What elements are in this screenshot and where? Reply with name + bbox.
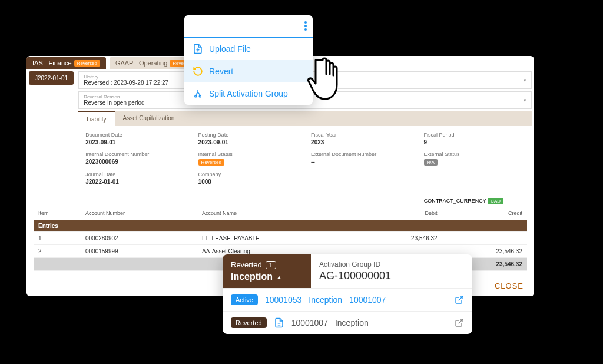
close-button[interactable]: CLOSE [495, 282, 524, 290]
contract-currency: CONTRACT_CURRENCY CAD [34, 196, 527, 207]
external-doc-number: External Document Number-- [311, 151, 412, 166]
internal-doc-number: Internal Document Number2023000069 [85, 151, 186, 166]
fiscal-period: Fiscal Period9 [424, 132, 525, 145]
activation-id[interactable]: 10001053 [265, 295, 302, 305]
status-badge: Reversed [198, 159, 224, 166]
ag-id-label: Activation Group ID [319, 260, 464, 269]
activation-name: Inception [335, 318, 369, 327]
document-date: Document Date2023-09-01 [85, 132, 186, 145]
table-row: 1 0000280902 LT_LEASE_PAYABLE 23,546.32 … [34, 232, 527, 245]
activation-id[interactable]: 10001007 [291, 318, 328, 327]
col-item: Item [34, 207, 81, 220]
open-external-icon[interactable] [455, 318, 464, 327]
svg-point-0 [195, 95, 197, 97]
tab-label: GAAP - Operating [115, 59, 167, 67]
card-header-right: Activation Group ID AG-100000001 [311, 254, 472, 288]
activation-id[interactable]: 10001007 [349, 295, 386, 305]
ag-id-value: AG-100000001 [319, 270, 464, 282]
external-status: External StatusN/A [424, 151, 525, 166]
col-account-number: Account Number [81, 207, 197, 220]
menu-upload-file[interactable]: Upload File [184, 38, 313, 60]
revert-icon [193, 66, 203, 77]
split-icon [193, 88, 203, 99]
pointer-hand-icon [306, 54, 351, 107]
journal-date-chip[interactable]: J2022-01-01 [29, 71, 74, 85]
card-header-left[interactable]: Reverted 1 Inception ▲ [223, 254, 311, 288]
collapse-icon: ▲ [276, 274, 282, 280]
menu-label: Upload File [209, 44, 251, 54]
tab-ias-finance[interactable]: IAS - Finance Reversed [26, 57, 106, 69]
dropdown-header [184, 15, 313, 38]
activation-row-reverted[interactable]: Reverted 10001007 Inception [223, 311, 472, 334]
subtab-asset-capitalization[interactable]: Asset Capitalization [115, 111, 183, 126]
reverted-count: 1 [266, 261, 276, 269]
detail-panel: Document Date2023-09-01 Posting Date2023… [78, 126, 532, 196]
menu-label: Split Activation Group [209, 89, 288, 98]
journal-date: Journal DateJ2022-01-01 [85, 171, 186, 185]
activation-name: Inception [309, 295, 342, 305]
menu-label: Revert [209, 67, 233, 76]
internal-status: Internal StatusReversed [198, 151, 299, 166]
status-badge: N/A [424, 159, 438, 166]
col-credit: Credit [442, 207, 527, 220]
svg-point-1 [199, 95, 201, 97]
menu-split-activation-group[interactable]: Split Activation Group [184, 82, 313, 105]
menu-revert[interactable]: Revert [184, 60, 313, 82]
subtab-row: Liability Asset Capitalization [78, 111, 532, 126]
company: Company1000 [198, 171, 299, 185]
chevron-down-icon: ▾ [524, 77, 526, 83]
entries-header: Entries [34, 220, 527, 232]
tab-label: IAS - Finance [32, 59, 72, 67]
upload-icon [193, 44, 203, 54]
col-account-name: Account Name [197, 207, 357, 220]
subtab-liability[interactable]: Liability [78, 111, 114, 126]
reversed-badge: Reversed [74, 60, 100, 67]
reverted-label: Reverted [231, 260, 262, 269]
status-badge: Active [231, 294, 258, 305]
activation-row-active[interactable]: Active 10001053 Inception 10001007 [223, 288, 472, 311]
kebab-icon[interactable] [303, 20, 308, 32]
document-icon [274, 317, 284, 328]
chevron-down-icon: ▾ [524, 97, 526, 103]
actions-dropdown: Upload File Revert Split Activation Grou… [184, 15, 313, 105]
status-badge: Reverted [231, 317, 267, 328]
posting-date: Posting Date2023-09-01 [198, 132, 299, 145]
inception-label: Inception [231, 272, 273, 282]
currency-badge: CAD [488, 198, 503, 204]
col-debit: Debit [357, 207, 442, 220]
activation-group-card: Reverted 1 Inception ▲ Activation Group … [223, 254, 472, 334]
open-external-icon[interactable] [455, 295, 464, 305]
fiscal-year: Fiscal Year2023 [311, 132, 412, 145]
